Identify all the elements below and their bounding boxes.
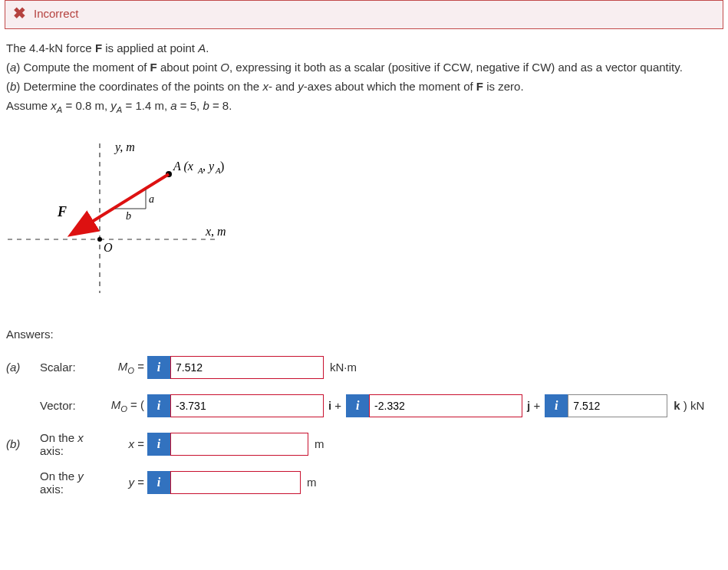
slope-b-label: b — [126, 210, 131, 222]
status-banner: ✖ Incorrect — [5, 0, 723, 29]
x-expr: x = — [109, 437, 147, 450]
x-axis-label: x, m — [205, 225, 226, 238]
row-y-axis: On the y axis: y = i m — [6, 470, 722, 496]
assume-line: Assume xA = 0.8 m, yA = 1.4 m, a = 5, b … — [6, 97, 722, 117]
vector-i-sep: i + — [328, 399, 341, 412]
vector-label: Vector: — [40, 399, 109, 412]
row-x-axis: (b) On the x axis: x = i m — [6, 431, 722, 457]
svg-point-2 — [97, 237, 102, 242]
row-scalar: (a) Scalar: MO = i kN·m — [6, 354, 722, 381]
scalar-input[interactable] — [170, 356, 324, 379]
force-label: F — [57, 204, 67, 219]
scalar-unit: kN·m — [330, 361, 357, 374]
row-vector: Vector: MO = ( i i + i j + i k ) kN — [6, 393, 722, 419]
vector-j-sep: j + — [527, 399, 540, 412]
point-a-close: ) — [220, 160, 224, 173]
answers-header: Answers: — [6, 326, 722, 342]
vector-expr: MO = ( — [109, 398, 147, 413]
vector-k-input[interactable] — [568, 394, 667, 417]
origin-label: O — [104, 241, 113, 254]
info-button-y[interactable]: i — [147, 471, 170, 494]
incorrect-icon: ✖ — [13, 5, 26, 21]
part-a-text: (a) Compute the moment of F about point … — [6, 59, 722, 75]
status-text: Incorrect — [34, 7, 78, 20]
problem-figure: y, m x, m A (x A , y A ) F O a b — [0, 132, 728, 311]
info-button-vector-j[interactable]: i — [346, 394, 369, 417]
x-unit: m — [315, 437, 324, 450]
vector-j-input[interactable] — [369, 394, 522, 417]
vector-i-input[interactable] — [170, 394, 324, 417]
scalar-expr: MO = — [109, 360, 147, 375]
y-input[interactable] — [170, 471, 301, 494]
slope-a-label: a — [149, 193, 154, 205]
y-unit: m — [307, 476, 317, 489]
figure-svg: y, m x, m A (x A , y A ) F O a b — [0, 132, 245, 308]
info-button-vector-i[interactable]: i — [147, 394, 170, 417]
point-a-comma: , y — [203, 160, 215, 173]
x-input[interactable] — [170, 433, 308, 456]
y-axis-label: On the y axis: — [40, 470, 109, 496]
part-a-marker: (a) — [6, 361, 40, 374]
info-button-vector-k[interactable]: i — [545, 394, 568, 417]
info-button-x[interactable]: i — [147, 433, 170, 456]
part-b-marker: (b) — [6, 437, 40, 450]
y-expr: y = — [109, 476, 147, 489]
scalar-label: Scalar: — [40, 361, 109, 374]
intro-line: The 4.4-kN force F is applied at point A… — [6, 40, 722, 56]
problem-statement: The 4.4-kN force F is applied at point A… — [0, 40, 728, 117]
info-button-scalar[interactable]: i — [147, 356, 170, 379]
vector-unit: k ) kN — [674, 399, 704, 412]
part-b-text: (b) Determine the coordinates of the poi… — [6, 78, 722, 94]
point-a-label: A (x — [173, 160, 193, 173]
y-axis-label: y, m — [114, 140, 135, 154]
x-axis-label: On the x axis: — [40, 431, 109, 457]
